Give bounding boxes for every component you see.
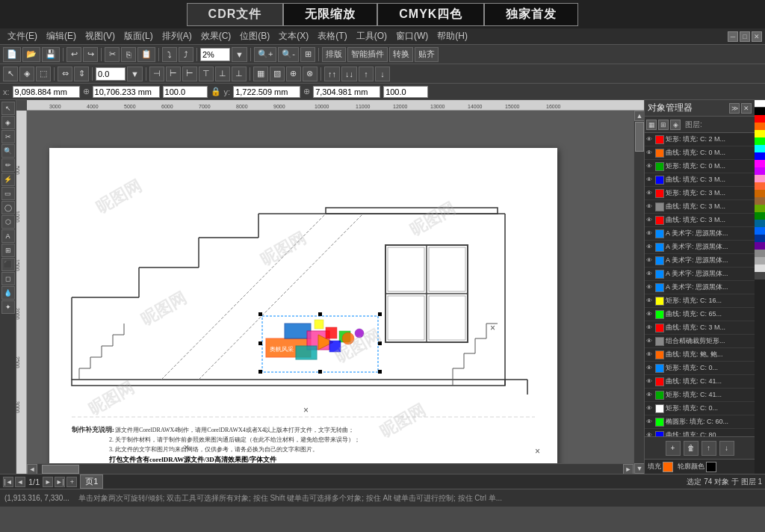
color-tan[interactable]	[755, 197, 765, 205]
layer-item[interactable]: 👁A 美术字: 思源黑体...	[645, 267, 755, 281]
outline-tool[interactable]: ◻	[1, 272, 15, 285]
color-darkgray[interactable]	[755, 272, 765, 279]
layer-up-button[interactable]: ↑	[701, 441, 716, 456]
panel-icon-2[interactable]: ⊞	[658, 120, 669, 130]
scroll-up-button[interactable]: ▲	[634, 111, 644, 121]
zoom-input[interactable]	[200, 48, 230, 61]
color-coral[interactable]	[755, 182, 765, 190]
eyedropper-tool[interactable]: 💧	[1, 286, 15, 300]
polygon-tool[interactable]: ⬡	[1, 215, 15, 229]
pct2-input[interactable]	[383, 86, 428, 98]
color-none[interactable]	[755, 100, 765, 108]
redo-button[interactable]: ↪	[83, 47, 98, 62]
mirror-h-button[interactable]: ⇔	[58, 66, 72, 81]
layer-visibility-icon[interactable]: 👁	[646, 149, 654, 157]
layer-item[interactable]: 👁矩形: 填充: C: 0...	[645, 362, 755, 375]
layer-item[interactable]: 👁矩形: 填充: C: 2 M...	[645, 133, 755, 146]
table-tool[interactable]: ⊞	[1, 244, 15, 257]
align-top-button[interactable]: ⊤	[199, 66, 214, 81]
rotate-input[interactable]	[96, 67, 126, 81]
layer-visibility-icon[interactable]: 👁	[646, 163, 654, 170]
layer-item[interactable]: 👁曲线: 填充: C: 41...	[645, 375, 755, 389]
front-button[interactable]: ↑↑	[324, 66, 340, 81]
save-button[interactable]: 💾	[42, 47, 60, 62]
node-tool[interactable]: ◈	[19, 66, 34, 81]
color-blue[interactable]	[755, 152, 765, 160]
import-button[interactable]: ⤵	[162, 47, 177, 62]
layer-item[interactable]: 👁曲线: 填充: C: 3 M...	[645, 321, 755, 335]
x-input[interactable]	[13, 86, 80, 98]
color-verylightgray[interactable]	[755, 265, 765, 272]
layer-visibility-icon[interactable]: 👁	[646, 392, 654, 399]
outline-color-box[interactable]	[706, 462, 716, 472]
color-teal[interactable]	[755, 220, 765, 227]
align-bottom-button[interactable]: ⊥	[232, 66, 247, 81]
cut-button[interactable]: ✂	[105, 47, 120, 62]
break-button[interactable]: ⊗	[303, 66, 318, 81]
layer-item[interactable]: 👁曲线: 填充: C: 0 M...	[645, 146, 755, 160]
menu-window[interactable]: 窗口(W)	[391, 30, 433, 43]
menu-view[interactable]: 视图(V)	[81, 30, 120, 43]
layer-item[interactable]: 👁曲线: 填充: C: 65...	[645, 308, 755, 321]
layer-visibility-icon[interactable]: 👁	[646, 257, 654, 265]
width-input[interactable]	[93, 86, 160, 98]
zoom-fit-button[interactable]: ⊞	[300, 47, 315, 62]
menu-arrange[interactable]: 排列(A)	[158, 30, 196, 43]
close-button[interactable]: ✕	[752, 31, 762, 42]
layer-item[interactable]: 👁A 美术字: 思源黑体...	[645, 241, 755, 254]
zoom-dropdown[interactable]: ▼	[232, 47, 247, 62]
layer-item[interactable]: 👁A 美术字: 思源黑体...	[645, 281, 755, 294]
color-darkblue[interactable]	[755, 235, 765, 242]
delete-layer-button[interactable]: 🗑	[684, 441, 699, 456]
layer-item[interactable]: 👁曲线: 填充: C: 3 M...	[645, 200, 755, 214]
scroll-h-thumb[interactable]	[42, 465, 79, 474]
select-tool[interactable]: ↖	[3, 66, 18, 81]
forward-button[interactable]: ↑	[359, 66, 374, 81]
back-button[interactable]: ↓↓	[341, 66, 357, 81]
layer-item[interactable]: 👁矩形: 填充: C: 16...	[645, 294, 755, 308]
layer-visibility-icon[interactable]: 👁	[646, 244, 654, 251]
scrollbar-horizontal[interactable]: ◄ ►	[27, 463, 634, 474]
transform-button[interactable]: 转换	[389, 47, 413, 62]
new-button[interactable]: 📄	[3, 47, 21, 62]
layer-visibility-icon[interactable]: 👁	[646, 270, 654, 278]
menu-tools[interactable]: 工具(O)	[352, 30, 391, 43]
freehand-tool[interactable]: ✏	[1, 158, 15, 172]
menu-bitmap[interactable]: 位图(B)	[235, 30, 274, 43]
layer-item[interactable]: 👁组合精确裁剪矩形...	[645, 335, 755, 348]
layer-down-button[interactable]: ↓	[719, 441, 734, 456]
snap-layout-button[interactable]: 排版	[322, 47, 346, 62]
panel-icon-1[interactable]: ▦	[646, 120, 657, 130]
color-black[interactable]	[755, 108, 765, 115]
text-tool[interactable]: A	[1, 229, 15, 243]
color-darkpurple[interactable]	[755, 242, 765, 250]
layer-item[interactable]: 👁矩形: 填充: C: 3 M...	[645, 187, 755, 200]
scroll-left-button[interactable]: ◄	[27, 464, 37, 474]
maximize-button[interactable]: □	[740, 31, 750, 42]
fill-tool[interactable]: ⬛	[1, 258, 15, 271]
next-page-button[interactable]: ►	[43, 477, 53, 487]
layer-visibility-icon[interactable]: 👁	[646, 203, 654, 211]
interactive-tool[interactable]: ✦	[1, 300, 15, 314]
y-input[interactable]	[233, 86, 300, 98]
layer-visibility-icon[interactable]: 👁	[646, 378, 654, 386]
rect-tool[interactable]: ▭	[1, 187, 15, 200]
panel-close-button[interactable]: ✕	[741, 103, 752, 114]
scroll-thumb[interactable]	[635, 122, 644, 152]
menu-text[interactable]: 文本(X)	[274, 30, 313, 43]
align-middle-button[interactable]: ⊥	[215, 66, 230, 81]
drawing-area[interactable]: 奥帆风采	[27, 111, 644, 474]
layer-visibility-icon[interactable]: 👁	[646, 217, 654, 224]
panel-expand-button[interactable]: ≫	[729, 103, 740, 114]
layer-visibility-icon[interactable]: 👁	[646, 230, 654, 238]
layer-visibility-icon[interactable]: 👁	[646, 176, 654, 184]
snap-smart-button[interactable]: 智能插件	[347, 47, 388, 62]
color-magenta[interactable]	[755, 160, 765, 167]
mirror-v-button[interactable]: ⇕	[74, 66, 89, 81]
combine-button[interactable]: ⊕	[286, 66, 301, 81]
color-cyan[interactable]	[755, 145, 765, 152]
rotate-dropdown[interactable]: ▼	[127, 66, 143, 81]
layer-visibility-icon[interactable]: 👁	[646, 190, 654, 197]
ellipse-tool[interactable]: ◯	[1, 201, 15, 214]
backward-button[interactable]: ↓	[375, 66, 390, 81]
